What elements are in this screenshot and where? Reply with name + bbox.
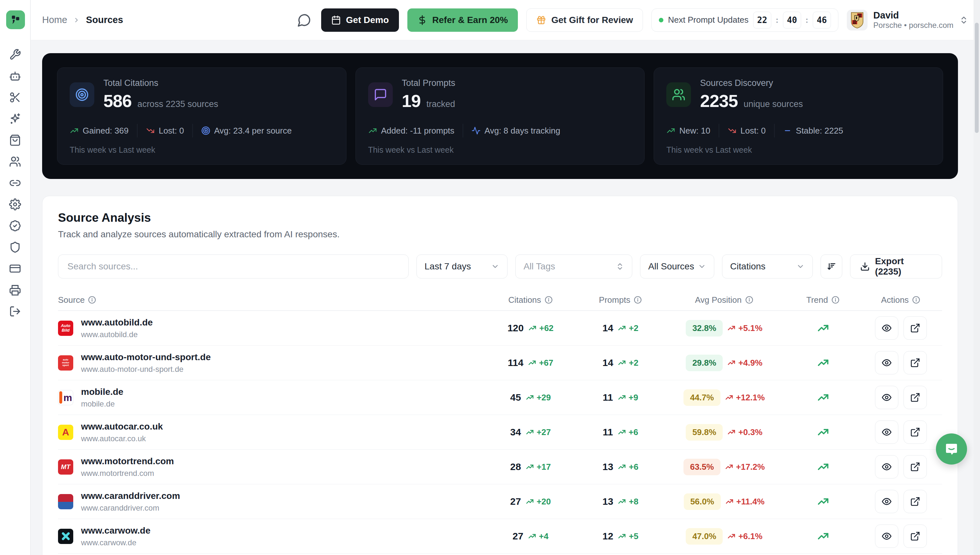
sidebar-wrench-icon[interactable] bbox=[9, 49, 21, 61]
sources-select[interactable]: All Sources bbox=[640, 255, 714, 279]
open-external-button[interactable] bbox=[903, 455, 927, 478]
sidebar-settings-icon[interactable] bbox=[9, 198, 21, 210]
sidebar-shield-icon[interactable] bbox=[9, 241, 21, 253]
source-name: www.carwow.de bbox=[81, 526, 151, 536]
col-source: Source bbox=[58, 295, 482, 305]
sidebar-link-icon[interactable] bbox=[9, 177, 21, 189]
avg-position-cell: 32.8% +5.1% bbox=[662, 320, 786, 337]
breadcrumb-home[interactable]: Home bbox=[42, 14, 67, 25]
breadcrumb-current: Sources bbox=[86, 14, 123, 25]
eye-icon bbox=[881, 531, 892, 541]
eye-icon bbox=[881, 427, 892, 437]
source-name: www.autocar.co.uk bbox=[81, 422, 163, 432]
table-row[interactable]: automotorsport www.auto-motor-und-sport.… bbox=[58, 346, 942, 380]
chevrons-up-down-icon bbox=[959, 16, 968, 25]
sidebar-sparkles-icon[interactable] bbox=[9, 113, 21, 125]
get-demo-label: Get Demo bbox=[346, 15, 389, 25]
chevron-down-icon bbox=[491, 262, 500, 271]
search-input[interactable] bbox=[58, 255, 409, 279]
prompts-cell: 13 +8 bbox=[579, 496, 662, 507]
view-source-button[interactable] bbox=[875, 525, 898, 548]
avg-position-cell: 59.8% +0.3% bbox=[662, 424, 786, 441]
download-icon bbox=[860, 261, 870, 271]
trend-sparkline-icon bbox=[786, 357, 860, 369]
page-scrollbar[interactable] bbox=[974, 0, 980, 555]
sidebar-log-out-icon[interactable] bbox=[9, 305, 21, 318]
source-domain: www.autocar.co.uk bbox=[81, 434, 163, 443]
get-demo-button[interactable]: Get Demo bbox=[321, 8, 399, 32]
sort-direction-button[interactable] bbox=[821, 255, 842, 279]
chat-smile-icon bbox=[944, 441, 959, 457]
stat-card-title: Total Citations bbox=[103, 78, 218, 88]
open-external-button[interactable] bbox=[903, 386, 927, 409]
stat-card-metrics: Gained: 369Lost: 0Avg: 23.4 per source bbox=[70, 124, 334, 138]
feedback-chat-icon[interactable] bbox=[296, 12, 313, 29]
table-row[interactable]: www.carwow.de www.carwow.de 27 +4 12 +5 … bbox=[58, 519, 942, 554]
avg-position-badge: 32.8% bbox=[686, 320, 723, 337]
eye-icon bbox=[881, 496, 892, 507]
prompts-delta: +6 bbox=[618, 427, 639, 437]
export-label: Export (2235) bbox=[875, 256, 932, 277]
date-range-select[interactable]: Last 7 days bbox=[416, 255, 508, 279]
sidebar-shopping-bag-icon[interactable] bbox=[9, 134, 21, 146]
prompts-cell: 11 +9 bbox=[579, 392, 662, 403]
export-button[interactable]: Export (2235) bbox=[850, 255, 942, 279]
date-range-value: Last 7 days bbox=[424, 261, 471, 272]
external-link-icon bbox=[910, 496, 921, 507]
prompts-delta: +6 bbox=[618, 462, 639, 472]
account-switcher[interactable]: David Porsche • porsche.com bbox=[847, 10, 968, 30]
stat-card-value: 586 bbox=[103, 91, 131, 111]
sidebar-badge-check-icon[interactable] bbox=[9, 220, 21, 232]
col-avg-position: Avg Position bbox=[662, 295, 786, 305]
sidebar-printer-icon[interactable] bbox=[9, 284, 21, 296]
tags-select[interactable]: All Tags bbox=[515, 255, 632, 279]
table-row[interactable]: AutoBild www.autobild.de www.autobild.de… bbox=[58, 311, 942, 346]
table-row[interactable] bbox=[58, 554, 942, 555]
source-name: www.motortrend.com bbox=[81, 456, 174, 467]
avg-position-cell: 47.0% +6.1% bbox=[662, 528, 786, 545]
external-link-icon bbox=[910, 462, 921, 472]
citations-cell: 27 +20 bbox=[482, 496, 579, 507]
source-favicon bbox=[58, 494, 73, 509]
intercom-chat-button[interactable] bbox=[936, 433, 967, 465]
stat-card-value: 2235 bbox=[700, 91, 738, 111]
sidebar-credit-card-icon[interactable] bbox=[9, 263, 21, 274]
open-external-button[interactable] bbox=[903, 490, 927, 513]
table-row[interactable]: www.caranddriver.com www.caranddriver.co… bbox=[58, 484, 942, 519]
open-external-button[interactable] bbox=[903, 351, 927, 374]
open-external-button[interactable] bbox=[903, 525, 927, 548]
sidebar-bot-icon[interactable] bbox=[9, 70, 21, 82]
avg-position-badge: 44.7% bbox=[684, 389, 721, 406]
source-name: www.caranddriver.com bbox=[81, 491, 180, 501]
view-source-button[interactable] bbox=[875, 455, 898, 478]
refer-earn-button[interactable]: Refer & Earn 20% bbox=[407, 8, 518, 32]
gift-icon bbox=[536, 15, 546, 25]
view-source-button[interactable] bbox=[875, 316, 898, 340]
sort-by-select[interactable]: Citations bbox=[722, 255, 812, 279]
open-external-button[interactable] bbox=[903, 420, 927, 444]
app-logo[interactable] bbox=[6, 10, 25, 29]
avg-position-badge: 29.8% bbox=[686, 354, 723, 371]
countdown-minutes: 40 bbox=[783, 12, 801, 29]
section-title: Source Analysis bbox=[58, 211, 942, 225]
open-external-button[interactable] bbox=[903, 316, 927, 340]
trend-sparkline-icon bbox=[786, 461, 860, 473]
chevron-down-icon bbox=[698, 262, 706, 271]
table-row[interactable]: m mobile.de mobile.de 45 +29 11 +9 44.7% bbox=[58, 380, 942, 415]
col-actions: Actions bbox=[860, 295, 942, 305]
sidebar-scissors-icon[interactable] bbox=[9, 91, 21, 103]
sidebar-users-icon[interactable] bbox=[9, 156, 21, 168]
get-gift-button[interactable]: Get Gift for Review bbox=[526, 8, 643, 32]
avg-position-delta: +4.9% bbox=[727, 358, 762, 368]
table-row[interactable]: A www.autocar.co.uk www.autocar.co.uk 34… bbox=[58, 415, 942, 450]
citations-delta: +4 bbox=[528, 531, 549, 541]
countdown-hours: 22 bbox=[753, 12, 771, 29]
view-source-button[interactable] bbox=[875, 420, 898, 444]
view-source-button[interactable] bbox=[875, 351, 898, 374]
view-source-button[interactable] bbox=[875, 386, 898, 409]
stat-card-footnote: This week vs Last week bbox=[70, 145, 334, 155]
scrollbar-thumb[interactable] bbox=[975, 23, 979, 133]
view-source-button[interactable] bbox=[875, 490, 898, 513]
table-row[interactable]: MT www.motortrend.com www.motortrend.com… bbox=[58, 450, 942, 484]
source-domain: mobile.de bbox=[81, 399, 123, 409]
